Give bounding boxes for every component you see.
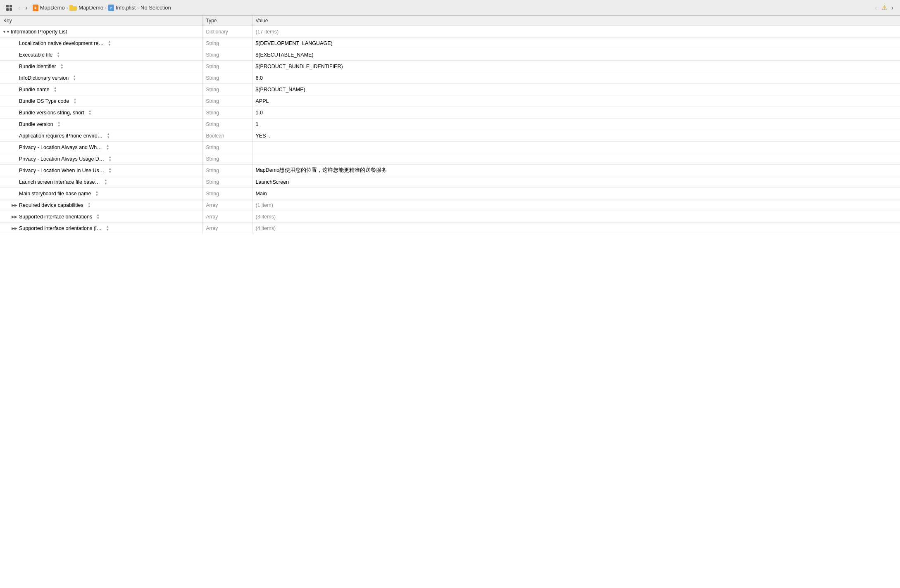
svg-rect-3 (10, 8, 12, 11)
key-label: Information Property List (11, 29, 67, 35)
stepper[interactable]: ▲▼ (73, 75, 76, 81)
table-row[interactable]: ▶Bundle versions string, short▲▼String1.… (0, 107, 900, 119)
stepper[interactable]: ▲▼ (54, 86, 57, 93)
type-value: String (206, 168, 219, 173)
table-row[interactable]: ▶Bundle version▲▼String1 (0, 119, 900, 130)
table-row[interactable]: ▶InfoDictionary version▲▼String6.0 (0, 72, 900, 84)
stepper[interactable]: ▲▼ (57, 121, 61, 128)
stepper[interactable]: ▲▼ (108, 40, 111, 47)
key-label: Bundle OS Type code (19, 98, 69, 104)
type-value: String (206, 52, 219, 58)
type-value: String (206, 156, 219, 162)
breadcrumb-label-mapdemo-folder: MapDemo (79, 5, 103, 11)
value-text: (4 items) (256, 225, 276, 231)
nav-back-button[interactable]: ‹ (17, 3, 22, 12)
type-value: String (206, 40, 219, 46)
col-header-key[interactable]: Key (0, 16, 202, 26)
table-row[interactable]: ▶Privacy - Location Always and Wh…▲▼Stri… (0, 142, 900, 153)
value-text: (3 items) (256, 214, 276, 220)
table-row[interactable]: ▶Application requires iPhone enviro…▲▼Bo… (0, 130, 900, 142)
toolbar-next-button[interactable]: › (890, 3, 895, 12)
stepper[interactable]: ▲▼ (108, 167, 112, 174)
table-row[interactable]: ▶Bundle OS Type code▲▼StringAPPL (0, 95, 900, 107)
stepper[interactable]: ▲▼ (57, 52, 60, 58)
key-label: Main storyboard file base name (19, 191, 91, 197)
boolean-dropdown[interactable]: ⌄ (268, 134, 271, 138)
table-row[interactable]: ▶Privacy - Location Always Usage D…▲▼Str… (0, 153, 900, 165)
table-row[interactable]: ▶Executable file▲▼String$(EXECUTABLE_NAM… (0, 49, 900, 61)
breadcrumb-item-no-selection: No Selection (140, 5, 171, 11)
value-text: $(PRODUCT_NAME) (256, 87, 305, 92)
value-text: YES (256, 133, 266, 139)
plist-table: Key Type Value ▼Information Property Lis… (0, 16, 900, 234)
grid-icon[interactable] (5, 4, 13, 12)
folder-icon (69, 5, 77, 11)
value-text: (17 items) (256, 29, 279, 35)
table-row[interactable]: ▶Launch screen interface file base…▲▼Str… (0, 176, 900, 188)
swift-icon: S (33, 5, 38, 11)
breadcrumb-sep-3: › (137, 5, 139, 10)
type-value: String (206, 110, 219, 116)
expand-arrow[interactable]: ▶ (12, 202, 17, 208)
type-value: String (206, 87, 219, 92)
type-value: String (206, 145, 219, 150)
key-label: Privacy - Location Always and Wh… (19, 145, 102, 150)
breadcrumb: S MapDemo › MapDemo › P Info.plist › No … (33, 5, 171, 11)
stepper[interactable]: ▲▼ (104, 179, 107, 185)
key-label: Bundle identifier (19, 64, 56, 69)
svg-rect-0 (6, 5, 9, 7)
type-value: Array (206, 214, 218, 220)
table-row[interactable]: ▶Required device capabilities▲▼Array(1 i… (0, 199, 900, 211)
key-label: Privacy - Location When In Use Us… (19, 168, 104, 173)
key-label: Required device capabilities (19, 202, 83, 208)
table-row[interactable]: ▶Privacy - Location When In Use Us…▲▼Str… (0, 165, 900, 176)
stepper[interactable]: ▲▼ (107, 133, 110, 139)
stepper[interactable]: ▲▼ (95, 190, 98, 197)
stepper[interactable]: ▲▼ (73, 98, 76, 104)
breadcrumb-label-infoplist: Info.plist (116, 5, 136, 11)
col-header-value[interactable]: Value (252, 16, 900, 26)
stepper[interactable]: ▲▼ (108, 156, 112, 162)
breadcrumb-item-mapdemo-root[interactable]: S MapDemo (33, 5, 65, 11)
value-text: APPL (256, 98, 269, 104)
toolbar-right: ‹ ⚠ › (873, 3, 895, 12)
key-label: Supported interface orientations (19, 214, 92, 220)
key-label: Supported interface orientations (i… (19, 225, 102, 231)
value-text: (1 item) (256, 202, 273, 208)
stepper[interactable]: ▲▼ (96, 213, 100, 220)
type-value: String (206, 179, 219, 185)
stepper[interactable]: ▲▼ (106, 225, 109, 232)
breadcrumb-item-infoplist[interactable]: P Info.plist (108, 5, 136, 11)
expand-arrow[interactable]: ▶ (12, 225, 17, 231)
table-row[interactable]: ▶Main storyboard file base name▲▼StringM… (0, 188, 900, 199)
table-row[interactable]: ▼Information Property ListDictionary(17 … (0, 26, 900, 38)
key-label: Bundle name (19, 87, 50, 92)
stepper[interactable]: ▲▼ (88, 109, 92, 116)
table-header-row: Key Type Value (0, 16, 900, 26)
nav-forward-button[interactable]: › (24, 3, 29, 12)
stepper[interactable]: ▲▼ (106, 144, 110, 151)
stepper[interactable]: ▲▼ (88, 202, 91, 209)
value-text: 1.0 (256, 110, 263, 116)
col-header-type[interactable]: Type (202, 16, 252, 26)
table-row[interactable]: ▶Bundle name▲▼String$(PRODUCT_NAME) (0, 84, 900, 95)
key-label: Bundle version (19, 121, 53, 127)
stepper[interactable]: ▲▼ (60, 63, 64, 70)
type-value: String (206, 98, 219, 104)
table-row[interactable]: ▶Localization native development re…▲▼St… (0, 38, 900, 49)
type-value: Array (206, 225, 218, 231)
warning-icon: ⚠ (881, 4, 887, 12)
breadcrumb-item-mapdemo-folder[interactable]: MapDemo (69, 5, 103, 11)
svg-rect-2 (6, 8, 9, 11)
type-value: String (206, 191, 219, 197)
table-row[interactable]: ▶Supported interface orientations▲▼Array… (0, 211, 900, 223)
table-row[interactable]: ▶Bundle identifier▲▼String$(PRODUCT_BUND… (0, 61, 900, 72)
value-text: $(PRODUCT_BUNDLE_IDENTIFIER) (256, 64, 343, 69)
table-row[interactable]: ▶Supported interface orientations (i…▲▼A… (0, 223, 900, 234)
expand-arrow[interactable]: ▶ (12, 214, 17, 220)
toolbar-prev-button[interactable]: ‹ (873, 3, 879, 12)
value-text: $(DEVELOPMENT_LANGUAGE) (256, 40, 333, 46)
key-label: Localization native development re… (19, 40, 104, 46)
key-label: Privacy - Location Always Usage D… (19, 156, 104, 162)
expand-arrow[interactable]: ▼ (3, 29, 9, 35)
